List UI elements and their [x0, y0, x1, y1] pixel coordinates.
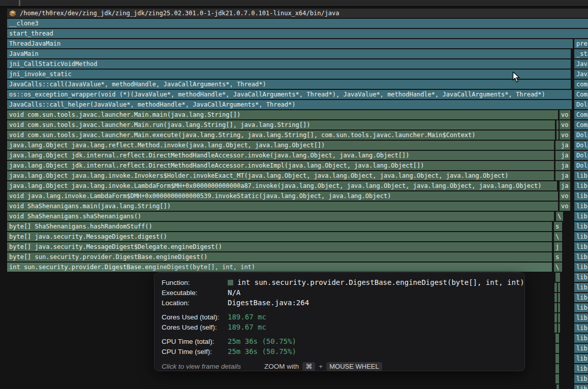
flame-frame-right-column[interactable]: Comp: [574, 120, 588, 129]
flame-frame-right-column[interactable]: Dolp: [574, 131, 588, 140]
flame-frame-sliver[interactable]: [555, 354, 559, 363]
flame-frame-root[interactable]: /home/th0rex/dev/zing_jdk/zing_jdk/zing2…: [7, 9, 588, 18]
flame-frame-right-column[interactable]: Dolp: [574, 141, 588, 150]
flame-frame-narrow[interactable]: \: [554, 232, 562, 241]
flame-frame-sliver[interactable]: [556, 131, 559, 140]
flame-frame[interactable]: byte[] ShaShenanigans.hashRandomStuff(): [7, 222, 552, 231]
flame-frame[interactable]: java.lang.Object jdk.internal.reflect.Di…: [7, 161, 554, 170]
flame-frame-narrow[interactable]: ja: [560, 161, 570, 170]
tooltip-cores-self-label: Cores Used (self):: [162, 323, 228, 331]
flame-frame-narrow[interactable]: vo: [560, 202, 570, 211]
flame-frame-narrow[interactable]: \: [556, 212, 563, 221]
flame-frame-sliver[interactable]: [555, 273, 560, 282]
flame-frame-right-column[interactable]: Java: [574, 59, 588, 69]
flame-frame[interactable]: java.lang.Object java.lang.invoke.Lambda…: [7, 181, 557, 190]
flame-frame-right-column[interactable]: libc: [574, 273, 588, 282]
flame-frame-right-column[interactable]: libc: [574, 334, 588, 343]
flame-frame-right-column[interactable]: libc: [574, 252, 588, 262]
flame-frame-sliver[interactable]: [558, 283, 560, 292]
flame-frame-right-column[interactable]: preF: [574, 39, 588, 48]
flame-frame-narrow[interactable]: ja: [560, 141, 570, 150]
flame-frame[interactable]: JavaCalls::call_helper(JavaValue*, metho…: [7, 100, 572, 109]
flame-frame-right-column[interactable]: libc: [574, 323, 588, 333]
flame-frame[interactable]: void com.sun.tools.javac.launcher.Main.m…: [7, 110, 558, 119]
flame-frame-right-column[interactable]: libc: [574, 293, 588, 302]
flame-frame-narrow[interactable]: ja: [560, 171, 570, 180]
flame-frame-right-column[interactable]: libc: [574, 222, 588, 231]
flame-frame-right-column[interactable]: Dolp: [574, 100, 588, 109]
flame-frame-sliver[interactable]: [558, 323, 560, 333]
flame-frame[interactable]: ThreadJavaMain: [7, 39, 573, 48]
flame-frame-narrow[interactable]: vo: [560, 191, 570, 201]
flame-frame[interactable]: os::os_exception_wrapper(void (*)(JavaVa…: [7, 90, 572, 99]
flame-frame-sliver[interactable]: [558, 303, 560, 312]
flame-frame-sliver[interactable]: [554, 323, 557, 333]
flame-frame-right-column[interactable]: Dolp: [574, 151, 588, 160]
flame-frame[interactable]: java.lang.Object java.lang.reflect.Metho…: [7, 141, 554, 150]
flame-frame-right-column[interactable]: Dolp: [574, 161, 588, 170]
flame-frame[interactable]: byte[] java.security.MessageDigest$Deleg…: [7, 242, 552, 251]
flame-frame-sliver[interactable]: [555, 344, 559, 353]
flame-frame-sliver[interactable]: [558, 313, 560, 322]
flame-frame-narrow[interactable]: vo: [560, 120, 570, 129]
flame-frame-sliver[interactable]: [556, 120, 559, 129]
flame-frame-narrow[interactable]: \: [554, 263, 562, 272]
flame-frame[interactable]: void ShaShenanigans.shaShenanigans(): [7, 212, 554, 221]
flame-frame-right-column[interactable]: libc: [574, 181, 588, 190]
flame-frame-sliver[interactable]: [555, 364, 559, 373]
flame-frame-sliver[interactable]: [556, 384, 559, 389]
flame-frame-right-column[interactable]: lib: [574, 354, 588, 363]
flame-frame[interactable]: void java.lang.invoke.LambdaForm$DMH+0x0…: [7, 191, 558, 201]
flame-frame[interactable]: void com.sun.tools.javac.launcher.Main.r…: [7, 120, 555, 129]
flame-frame-sliver[interactable]: [555, 334, 559, 343]
flame-frame-narrow[interactable]: s: [554, 222, 562, 231]
flame-frame-right-column[interactable]: _sta: [574, 49, 588, 58]
flame-frame[interactable]: byte[] java.security.MessageDigest.diges…: [7, 232, 552, 241]
flame-frame-narrow[interactable]: s: [554, 252, 562, 262]
flame-frame-sliver[interactable]: [554, 313, 557, 322]
flame-frame-right-column[interactable]: libc: [574, 171, 588, 180]
flame-frame[interactable]: java.lang.Object java.lang.invoke.Invoke…: [7, 171, 554, 180]
flame-frame-right-column[interactable]: lib: [574, 384, 588, 389]
flame-frame-narrow[interactable]: ja: [560, 151, 570, 160]
flame-frame-right-column[interactable]: libc: [574, 202, 588, 211]
tooltip-cpu-total-value: 25m 36s (50.75%): [228, 337, 296, 345]
flame-frame-sliver[interactable]: [558, 293, 560, 302]
flame-frame-right-column[interactable]: libc: [574, 212, 588, 221]
flame-frame-sliver[interactable]: [555, 374, 559, 383]
flame-frame[interactable]: __clone3: [7, 19, 588, 28]
flame-frame-right-column[interactable]: libc: [574, 303, 588, 312]
flame-frame[interactable]: jni_invoke_static: [7, 70, 571, 79]
flame-frame-sliver[interactable]: [554, 303, 557, 312]
flame-frame-narrow[interactable]: vo: [560, 110, 570, 119]
flame-frame[interactable]: JavaCalls::call(JavaValue*, methodHandle…: [7, 80, 571, 89]
flame-frame-right-column[interactable]: libc: [574, 191, 588, 201]
flame-frame[interactable]: byte[] sun.security.provider.DigestBase.…: [7, 252, 552, 262]
flame-frame-right-column[interactable]: Comp: [574, 110, 588, 119]
flame-frame-right-column[interactable]: lib: [574, 364, 588, 373]
flame-frame-right-column[interactable]: libc: [574, 232, 588, 241]
flame-frame-right-column[interactable]: lib: [574, 344, 588, 353]
flame-frame-right-column[interactable]: libc: [574, 242, 588, 251]
flame-frame-right-column[interactable]: libc: [574, 283, 588, 292]
flame-frame-right-column[interactable]: lib: [574, 374, 588, 383]
flame-frame[interactable]: JavaMain: [7, 49, 571, 58]
flame-frame-right-column[interactable]: Comp: [574, 90, 588, 99]
flame-frame-narrow[interactable]: vo: [560, 131, 570, 140]
flame-frame-sliver[interactable]: [554, 293, 557, 302]
flame-frame-right-column[interactable]: Java: [574, 70, 588, 79]
flame-frame-narrow[interactable]: ja: [560, 181, 570, 190]
flame-frame[interactable]: int sun.security.provider.DigestBase.eng…: [7, 263, 552, 272]
flame-frame-right-column[interactable]: libc: [574, 263, 588, 272]
flame-frame-narrow[interactable]: j: [554, 242, 562, 251]
flame-frame-sliver[interactable]: [554, 283, 557, 292]
tooltip-click-hint: Click to view frame details: [162, 363, 241, 370]
flame-frame[interactable]: start_thread: [7, 29, 588, 38]
tooltip-function-label: Function:: [162, 279, 228, 286]
flame-frame-right-column[interactable]: libc: [574, 313, 588, 322]
flame-frame[interactable]: jni_CallStaticVoidMethod: [7, 59, 571, 69]
flame-frame-right-column[interactable]: comp: [574, 80, 588, 89]
flame-frame[interactable]: void com.sun.tools.javac.launcher.Main.e…: [7, 131, 555, 140]
flame-frame[interactable]: java.lang.Object jdk.internal.reflect.Di…: [7, 151, 554, 160]
flame-frame[interactable]: void ShaShenanigans.main(java.lang.Strin…: [7, 202, 558, 211]
